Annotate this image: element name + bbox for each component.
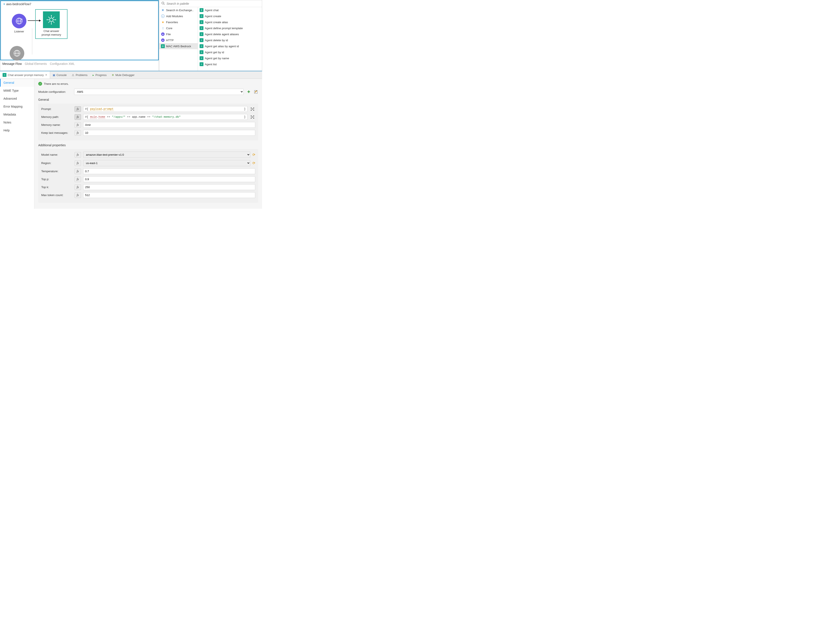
top-k-input[interactable] xyxy=(83,184,255,190)
palette-op-agent-delete-agent-aliases[interactable]: Agent delete agent aliases xyxy=(198,31,262,37)
field-prompt: Prompt: fx #[ payload.prompt ] xyxy=(41,106,255,112)
field-keep-last: Keep last messages: fx xyxy=(41,130,255,136)
fx-toggle-button[interactable]: fx xyxy=(74,193,81,198)
close-icon[interactable]: ✕ xyxy=(45,74,47,77)
tab-component-props[interactable]: Chat answer prompt memory ✕ xyxy=(0,71,50,79)
palette-op-agent-get-alias-by-agent-id[interactable]: Agent get alias by agent id xyxy=(198,43,262,49)
node-label: Listener xyxy=(3,30,35,34)
fx-toggle-button[interactable]: fx xyxy=(74,130,81,136)
fx-toggle-button[interactable]: fx xyxy=(74,114,81,120)
sidebar-item-general[interactable]: General xyxy=(0,79,34,87)
node-error-handler[interactable] xyxy=(5,46,29,62)
add-config-button[interactable]: ✚ xyxy=(246,89,251,94)
palette-search-input[interactable] xyxy=(167,2,260,5)
keep-last-input[interactable] xyxy=(83,130,255,136)
node-listener[interactable]: Listener xyxy=(3,14,35,34)
sidebar-item-notes[interactable]: Notes xyxy=(0,119,34,126)
svg-line-20 xyxy=(164,4,165,5)
tab-message-flow[interactable]: Message Flow xyxy=(2,62,22,66)
palette-file[interactable]: ●File xyxy=(159,31,198,37)
edit-config-button[interactable] xyxy=(253,89,258,94)
sidebar-item-error-mapping[interactable]: Error Mapping xyxy=(0,103,34,111)
field-label: Region: xyxy=(41,162,73,165)
fx-toggle-button[interactable]: fx xyxy=(74,169,81,174)
flow-title-bar[interactable]: ▼ aws-bedrockFlow7 xyxy=(1,1,158,7)
tab-configuration-xml[interactable]: Configuration XML xyxy=(50,62,75,66)
svg-point-40 xyxy=(251,108,252,108)
fx-toggle-button[interactable]: fx xyxy=(74,185,81,190)
palette-op-agent-delete-by-id[interactable]: Agent delete by id xyxy=(198,37,262,43)
node-chat-answer-prompt-memory[interactable]: Chat answerprompt memory xyxy=(35,9,68,39)
palette-mac-aws-bedrock[interactable]: MAC AWS Bedrock xyxy=(159,43,198,49)
plus-icon: + xyxy=(161,14,165,18)
max-tokens-input[interactable] xyxy=(83,192,255,198)
field-max-tokens: Max token count: fx xyxy=(41,192,255,198)
palette-op-agent-list[interactable]: Agent list xyxy=(198,61,262,67)
field-label: Model name: xyxy=(41,153,73,156)
bedrock-icon xyxy=(199,14,204,18)
palette-core[interactable]: ⟟Core xyxy=(159,25,198,31)
palette-op-agent-create[interactable]: Agent create xyxy=(198,13,262,19)
module-config-select[interactable]: AWS xyxy=(74,89,244,95)
palette-add-modules[interactable]: +Add Modules xyxy=(159,13,198,19)
section-additional-title: Additional properties xyxy=(38,143,258,147)
bug-icon: ✵ xyxy=(112,74,114,77)
collapse-caret-icon[interactable]: ▼ xyxy=(3,3,5,5)
palette-op-agent-define-prompt-template[interactable]: Agent define prompt template xyxy=(198,25,262,31)
svg-point-8 xyxy=(51,15,52,16)
bedrock-icon xyxy=(161,44,165,48)
bedrock-icon xyxy=(199,20,204,24)
temperature-input[interactable] xyxy=(83,168,255,174)
sidebar-item-help[interactable]: Help xyxy=(0,126,34,134)
dataweave-button[interactable] xyxy=(250,114,255,120)
memory-name-input[interactable] xyxy=(83,122,255,128)
tab-global-elements[interactable]: Global Elements xyxy=(25,62,47,66)
svg-point-36 xyxy=(201,58,202,59)
svg-point-26 xyxy=(201,10,202,11)
svg-point-33 xyxy=(201,40,202,41)
sidebar-item-mime-type[interactable]: MIME Type xyxy=(0,87,34,95)
svg-point-3 xyxy=(49,18,53,22)
tab-problems[interactable]: ⚠Problems xyxy=(69,72,90,79)
field-label: Memory path: xyxy=(41,115,73,119)
sidebar-item-advanced[interactable]: Advanced xyxy=(0,95,34,103)
palette-http[interactable]: ●HTTP xyxy=(159,37,198,43)
svg-point-46 xyxy=(251,116,252,116)
palette-op-agent-get-by-id[interactable]: Agent get by id xyxy=(198,49,262,55)
svg-point-30 xyxy=(201,22,202,23)
fx-toggle-button[interactable]: fx xyxy=(74,177,81,182)
prompt-input[interactable]: #[ payload.prompt ] xyxy=(83,106,247,112)
field-region: Region: fx us-east-1 ⟳ xyxy=(41,160,255,166)
fx-toggle-button[interactable]: fx xyxy=(74,106,81,112)
palette-search-exchange[interactable]: ✕Search in Exchange.. xyxy=(159,7,198,13)
flow-canvas[interactable]: ▼ aws-bedrockFlow7 Listener xyxy=(0,0,159,60)
tab-console[interactable]: ▣Console xyxy=(50,72,70,79)
refresh-icon[interactable]: ⟳ xyxy=(252,161,255,165)
palette-search-bar xyxy=(159,0,262,7)
dataweave-button[interactable] xyxy=(250,106,255,112)
model-name-select[interactable]: amazon.titan-text-premier-v1:0 xyxy=(83,152,250,158)
field-label: Prompt: xyxy=(41,107,73,111)
console-icon: ▣ xyxy=(53,74,55,77)
svg-point-48 xyxy=(253,116,254,116)
fx-toggle-button[interactable]: fx xyxy=(74,152,81,158)
field-model-name: Model name: fx amazon.titan-text-premier… xyxy=(41,152,255,158)
refresh-icon[interactable]: ⟳ xyxy=(252,153,255,157)
tab-mule-debugger[interactable]: ✵Mule Debugger xyxy=(109,72,137,79)
palette-op-agent-chat[interactable]: Agent chat xyxy=(198,7,262,13)
field-top-p: Top p: fx xyxy=(41,176,255,182)
memory-path-input[interactable]: #[ mule.home ++ "/apps/" ++ app.name ++ … xyxy=(83,114,247,120)
svg-line-13 xyxy=(53,21,54,23)
sidebar-item-metadata[interactable]: Metadata xyxy=(0,111,34,119)
palette-op-agent-create-alias[interactable]: Agent create alias xyxy=(198,19,262,25)
search-icon xyxy=(161,2,165,6)
top-p-input[interactable] xyxy=(83,176,255,182)
palette-favorites[interactable]: ★Favorites xyxy=(159,19,198,25)
region-select[interactable]: us-east-1 xyxy=(83,160,250,166)
palette-op-agent-get-by-name[interactable]: Agent get by name xyxy=(198,55,262,61)
fx-toggle-button[interactable]: fx xyxy=(74,122,81,128)
bedrock-icon xyxy=(199,38,204,42)
field-temperature: Temperature: fx xyxy=(41,168,255,174)
fx-toggle-button[interactable]: fx xyxy=(74,160,81,166)
tab-progress[interactable]: ▸Progress xyxy=(90,72,109,79)
